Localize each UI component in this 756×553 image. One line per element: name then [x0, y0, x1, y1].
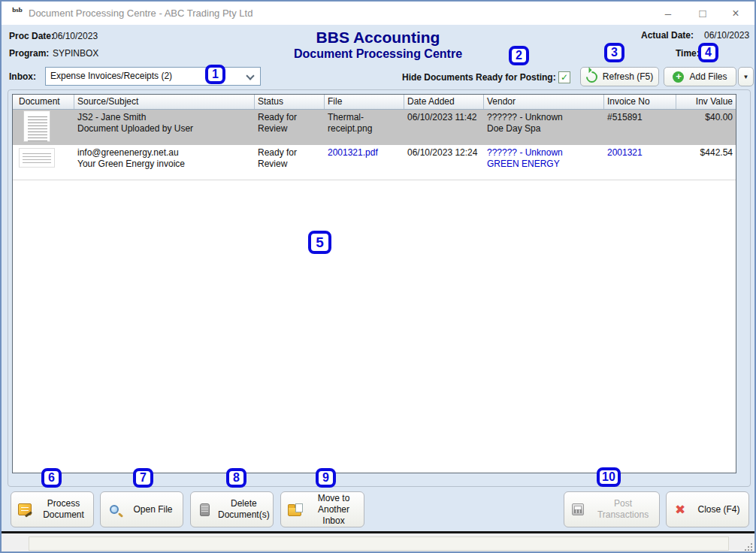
refresh-icon: [584, 68, 600, 84]
add-files-menu-button[interactable]: ▼: [738, 67, 754, 86]
date-added-cell: 06/10/2023 12:24: [404, 145, 484, 180]
open-file-button[interactable]: Open File: [100, 491, 183, 527]
col-header-status[interactable]: Status: [255, 95, 325, 109]
table-row[interactable]: info@greenenergy.net.auYour Green Energy…: [13, 145, 736, 180]
delete-documents-button[interactable]: Delete Document(s): [190, 491, 274, 527]
document-cell: [13, 145, 74, 180]
inbox-selected-value: Expense Invoices/Receipts (2): [50, 68, 172, 85]
file-link[interactable]: 2001321.pdf: [325, 145, 404, 180]
invoice-no-cell: #515891: [604, 110, 676, 145]
documents-table: Document Source/Subject Status File Date…: [12, 94, 736, 473]
col-header-invoice-no[interactable]: Invoice No: [604, 95, 676, 109]
checkmark-icon: ✓: [561, 72, 568, 83]
som-badge-2: 2: [509, 46, 529, 65]
title-bar: bsb Document Processing Centre - ABC Tra…: [2, 2, 754, 25]
dropdown-arrow-icon: ▼: [743, 74, 749, 80]
hide-posting-checkbox[interactable]: ✓: [558, 71, 570, 83]
post-transactions-icon: [572, 503, 584, 515]
app-logo-icon: bsb: [11, 7, 24, 20]
process-document-icon: [18, 503, 32, 515]
actual-date-label: Actual Date:: [641, 30, 694, 41]
status-cell: Ready forReview: [255, 145, 325, 180]
som-badge-1: 1: [205, 65, 225, 84]
close-x-icon: ✖: [675, 503, 685, 516]
folder-move-icon: [288, 506, 301, 516]
close-form-label: Close (F4): [694, 504, 748, 515]
add-files-button[interactable]: + Add Files: [664, 67, 736, 86]
col-header-date-added[interactable]: Date Added: [404, 95, 484, 109]
close-window-button[interactable]: ×: [723, 2, 748, 25]
table-header-row: Document Source/Subject Status File Date…: [13, 95, 736, 110]
invoice-thumbnail: [19, 148, 55, 168]
trash-icon: [200, 503, 210, 516]
col-header-vendor[interactable]: Vendor: [484, 95, 604, 109]
vendor-cell[interactable]: ?????? - UnknownGREEN ENERGY: [484, 145, 604, 180]
process-document-button[interactable]: Process Document: [11, 491, 94, 527]
window-title: Document Processing Centre - ABC Trading…: [29, 2, 253, 25]
add-files-button-label: Add Files: [689, 71, 727, 82]
col-header-file[interactable]: File: [325, 95, 404, 109]
som-badge-8: 8: [226, 468, 246, 488]
actual-date-value: 06/10/2023: [704, 30, 749, 41]
process-document-label: Process Document: [38, 498, 93, 521]
receipt-thumbnail: [23, 110, 50, 142]
inv-value-cell: $442.54: [676, 145, 736, 180]
plus-icon: +: [673, 71, 684, 83]
som-badge-6: 6: [41, 468, 62, 488]
som-badge-4: 4: [698, 43, 718, 62]
file-cell[interactable]: Thermal-receipt.png: [325, 110, 404, 145]
som-badge-3: 3: [604, 43, 624, 62]
open-file-label: Open File: [128, 504, 183, 515]
vendor-cell: ?????? - UnknownDoe Day Spa: [484, 110, 604, 145]
delete-documents-label: Delete Document(s): [218, 498, 274, 521]
time-label: Time:: [676, 48, 700, 59]
app-window: bsb Document Processing Centre - ABC Tra…: [0, 0, 756, 553]
som-badge-10: 10: [597, 467, 621, 487]
source-cell: info@greenenergy.net.auYour Green Energy…: [74, 145, 255, 180]
close-form-button[interactable]: ✖ Close (F4): [666, 491, 749, 527]
col-header-source[interactable]: Source/Subject: [74, 95, 255, 109]
table-row[interactable]: JS2 - Jane SmithDocument Uploaded by Use…: [13, 110, 736, 145]
col-header-document[interactable]: Document: [13, 95, 74, 109]
chevron-down-icon: [246, 71, 254, 80]
resize-grip[interactable]: [745, 543, 752, 551]
magnifier-icon: [110, 505, 119, 514]
status-cell: Ready forReview: [255, 110, 325, 145]
date-added-cell: 06/10/2023 11:42: [404, 110, 484, 145]
maximize-button[interactable]: □: [690, 2, 715, 25]
post-transactions-label: Post Transactions: [591, 498, 659, 521]
move-to-inbox-label: Move to Another Inbox: [308, 493, 364, 527]
som-badge-7: 7: [133, 468, 153, 488]
move-to-inbox-button[interactable]: Move to Another Inbox: [280, 491, 364, 527]
som-badge-9: 9: [316, 468, 336, 488]
inbox-label: Inbox:: [9, 71, 36, 82]
inv-value-cell: $40.00: [676, 110, 736, 145]
refresh-button-label: Refresh (F5): [603, 71, 653, 82]
source-cell: JS2 - Jane SmithDocument Uploaded by Use…: [74, 110, 255, 145]
post-transactions-button[interactable]: Post Transactions: [564, 491, 660, 527]
page-title: Document Processing Centre: [2, 47, 754, 61]
hide-posting-label: Hide Documents Ready for Posting:: [402, 72, 556, 83]
status-bar: [2, 531, 754, 553]
som-badge-5: 5: [308, 231, 331, 254]
invoice-no-link[interactable]: 2001321: [604, 145, 676, 180]
col-header-inv-value[interactable]: Inv Value: [676, 95, 736, 109]
status-panel: [29, 536, 729, 551]
inbox-select[interactable]: Expense Invoices/Receipts (2): [45, 67, 261, 86]
minimize-button[interactable]: –: [655, 2, 681, 25]
document-cell: [13, 110, 74, 145]
refresh-button[interactable]: Refresh (F5): [580, 67, 659, 86]
